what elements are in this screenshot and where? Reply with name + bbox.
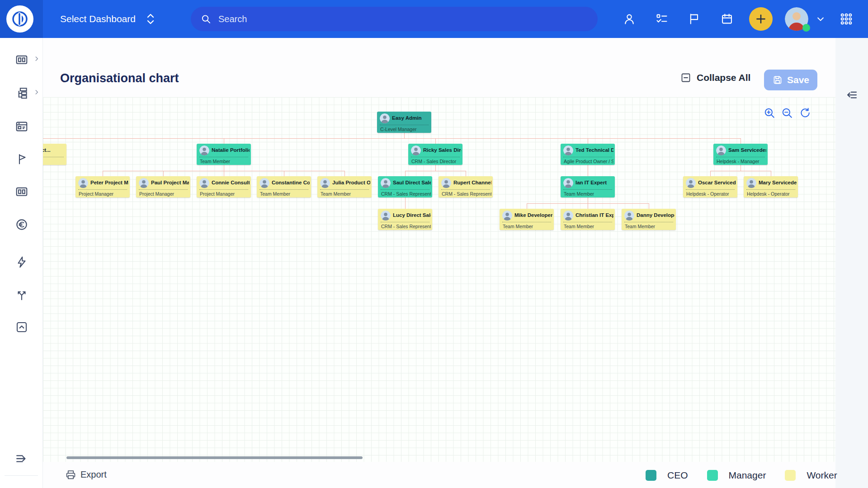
employee-role: Team Member [321, 191, 370, 197]
node-divider [199, 157, 248, 157]
panel-grid-icon [15, 185, 28, 198]
sidebar-item-workflows[interactable] [0, 282, 43, 307]
org-connector [527, 203, 527, 209]
org-chart-canvas[interactable]: Easy AdminC-Level Managere Direct...Nata… [43, 97, 835, 462]
org-node-ted[interactable]: Ted Technical DirectorAgile Product Owne… [561, 144, 615, 165]
reset-view-button[interactable] [799, 107, 811, 119]
employee-role: CRM - Sales Director [411, 159, 461, 164]
employee-name: Peter Project Manager [90, 180, 128, 185]
employee-name: Danny Developer [637, 212, 675, 218]
legend-swatch [707, 470, 718, 481]
org-node-mike[interactable]: Mike DeveloperTeam Member [500, 209, 554, 230]
user-avatar[interactable] [785, 7, 808, 31]
org-node-oscar[interactable]: Oscar Servicedesk ...Helpdesk - Operator [683, 176, 737, 197]
export-button[interactable]: Export [65, 469, 107, 480]
org-connector [710, 171, 741, 171]
node-divider [563, 222, 612, 222]
org-node-mary[interactable]: Mary Servicedesk O...Helpdesk - Operator [744, 176, 798, 197]
legend-swatch [785, 470, 796, 481]
org-node-christian[interactable]: Christian IT ExpertTeam Member [561, 209, 615, 230]
add-button[interactable] [749, 7, 773, 31]
org-node-natalie[interactable]: Natalie Portfolio Ma...Team Member [197, 144, 251, 165]
sidebar-expand-button[interactable] [0, 446, 43, 471]
user-button[interactable] [619, 0, 639, 38]
org-node-paul[interactable]: Paul Project ManagerProject Manager [136, 176, 190, 197]
app-logo[interactable] [6, 5, 33, 33]
employee-role: Team Member [564, 191, 613, 197]
sidebar-item-goals[interactable] [0, 146, 43, 172]
org-node-peter[interactable]: Peter Project ManagerProject Manager [75, 176, 130, 197]
export-label: Export [80, 469, 107, 480]
search-bar[interactable] [191, 7, 598, 31]
org-connector [163, 171, 224, 171]
zoom-in-icon [764, 107, 775, 119]
collapse-minus-icon [680, 72, 691, 83]
employee-name: Lucy Direct Sales Rep [393, 212, 431, 218]
dashboard-selector[interactable]: Select Dashboard [60, 0, 156, 38]
employee-avatar [320, 178, 330, 188]
sidebar-item-automation[interactable] [0, 249, 43, 275]
node-divider [320, 189, 369, 190]
employee-avatar [199, 145, 209, 155]
org-node-danny[interactable]: Danny DeveloperTeam Member [622, 209, 676, 230]
org-node-connie[interactable]: Connie ConsultantProject Manager [197, 176, 251, 197]
sidebar-item-upload[interactable] [0, 314, 43, 340]
org-connector [163, 171, 164, 176]
user-icon [623, 13, 636, 25]
node-divider [563, 189, 612, 190]
org-node-cut[interactable]: e Direct... [43, 144, 66, 165]
legend-item-ceo: CEO [646, 470, 688, 481]
org-node-julia[interactable]: Julia Product OwnerTeam Member [317, 176, 372, 197]
collapse-all-button[interactable]: Collapse All [680, 72, 750, 83]
sidebar-item-structure[interactable] [0, 80, 43, 106]
plus-icon [755, 13, 767, 25]
avatar-menu-chevron[interactable] [811, 0, 830, 38]
save-disk-icon [772, 75, 783, 85]
employee-role: CRM - Sales Representative [442, 191, 491, 197]
org-node-constantine[interactable]: Constantine Consult...Team Member [257, 176, 311, 197]
org-node-saul[interactable]: Saul Direct Sales RepCRM - Sales Represe… [378, 176, 432, 197]
org-node-ian[interactable]: Ian IT ExpertTeam Member [561, 176, 615, 197]
employee-role: C-Level Manager [380, 127, 430, 132]
org-node-easy[interactable]: Easy AdminC-Level Manager [377, 112, 431, 133]
org-node-rupert[interactable]: Rupert Channel Sale...CRM - Sales Repres… [439, 176, 493, 197]
node-divider [381, 222, 429, 222]
sidebar-item-reports[interactable] [0, 179, 43, 204]
page-title: Organisational chart [60, 71, 179, 85]
collapse-panel-button[interactable] [842, 85, 862, 105]
collapse-panel-icon [845, 88, 859, 102]
sidebar-item-pages[interactable] [0, 114, 43, 139]
calendar-button[interactable] [717, 0, 737, 38]
employee-role: CRM - Sales Representative [381, 224, 431, 229]
org-connector [588, 203, 588, 209]
flag-button[interactable] [684, 0, 704, 38]
org-connector [405, 203, 406, 209]
org-connector [224, 138, 224, 144]
employee-name: Ted Technical Director [576, 147, 613, 153]
employee-name: Connie Consultant [212, 180, 250, 185]
employee-role: Team Member [260, 191, 310, 197]
tasks-button[interactable] [652, 0, 672, 38]
zoom-out-button[interactable] [781, 107, 793, 119]
apps-menu-button[interactable] [836, 0, 856, 38]
employee-avatar [139, 178, 149, 188]
app-window: Select Dashboard [0, 0, 868, 488]
employee-role: CRM - Sales Representative [381, 191, 431, 197]
employee-role: Team Member [564, 224, 613, 229]
employee-role: Team Member [625, 224, 675, 229]
zoom-in-button[interactable] [764, 107, 775, 119]
org-node-ricky[interactable]: Ricky Sales DirectorCRM - Sales Director [408, 144, 462, 165]
sidebar-item-finance[interactable] [0, 212, 43, 237]
org-connector [435, 171, 466, 171]
save-button[interactable]: Save [764, 70, 817, 90]
org-node-sam[interactable]: Sam Servicedesk Dir...Helpdesk - Manager [713, 144, 768, 165]
horizontal-scrollbar[interactable] [66, 456, 363, 459]
sidebar-item-dashboards[interactable] [0, 47, 43, 72]
search-input[interactable] [217, 14, 593, 25]
org-connector [649, 203, 649, 209]
org-connector [224, 171, 224, 176]
reset-icon [799, 107, 811, 119]
employee-role: Helpdesk - Operator [686, 191, 736, 197]
org-node-lucy[interactable]: Lucy Direct Sales RepCRM - Sales Represe… [378, 209, 432, 230]
node-divider [716, 157, 765, 157]
